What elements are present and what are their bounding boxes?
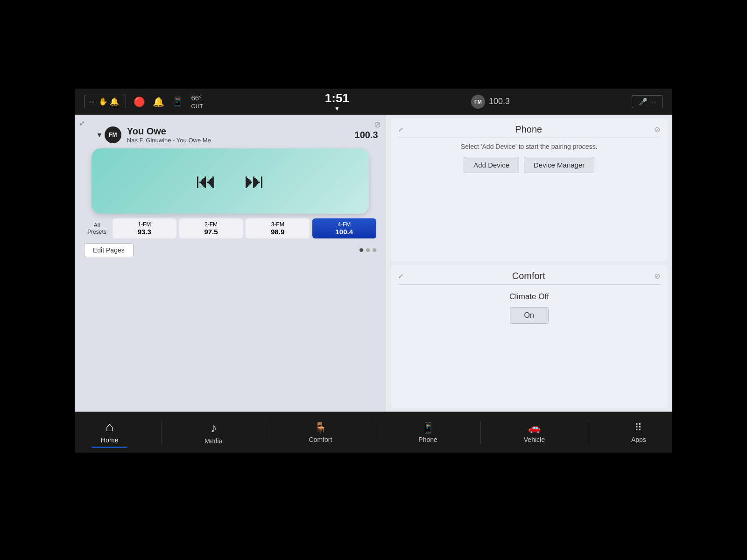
climate-on-button[interactable]: On <box>510 307 549 324</box>
right-panel: ⤢ Phone ⊘ Select 'Add Device' to start t… <box>386 115 672 412</box>
dot-1 <box>359 248 363 252</box>
phone-buttons: Add Device Device Manager <box>398 157 660 173</box>
expand-icon-comfort[interactable]: ⤢ <box>398 273 403 280</box>
dot-3 <box>373 248 376 252</box>
screen-wrapper: -- ✋ 🔔 🔴 🔔 📱 66° OUT 1:51 ▼ FM 100.3 <box>75 89 672 453</box>
time-arrow: ▼ <box>334 105 340 112</box>
nav-divider-2 <box>266 421 266 444</box>
presets-bar: All Presets 1-FM 93.3 2-FM 97.5 3-FM 98.… <box>82 218 378 238</box>
edit-icon-media[interactable]: ⊘ <box>374 119 381 130</box>
preset-4-freq: 100.4 <box>336 228 353 236</box>
preset-3-freq: 98.9 <box>271 228 284 236</box>
nav-apps-label: Apps <box>631 436 646 443</box>
time-display: 1:51 <box>325 91 349 105</box>
phone-icon: 📱 <box>172 96 183 107</box>
nav-comfort[interactable]: 🪑 Comfort <box>300 419 342 446</box>
dot-2 <box>366 248 370 252</box>
nav-divider-4 <box>480 421 481 444</box>
mic-box: 🎤 -- <box>632 95 663 108</box>
prev-button[interactable]: ⏮ <box>196 169 216 193</box>
phone-widget-header: ⤢ Phone ⊘ <box>398 124 660 138</box>
status-radio: FM 100.3 <box>471 95 510 109</box>
song-title: You Owe <box>127 126 349 137</box>
phone-nav-icon: 📱 <box>422 422 434 434</box>
preset-all-sub: Presets <box>87 229 106 235</box>
artist-name: Nas F. Ginuwine - You Owe Me <box>127 137 349 144</box>
status-icons: 🔴 🔔 📱 66° OUT <box>134 94 203 110</box>
nav-home[interactable]: ⌂ Home <box>92 417 127 448</box>
next-button[interactable]: ⏭ <box>244 169 265 193</box>
player-visual: ⏮ ⏭ <box>92 148 369 214</box>
comfort-widget-header: ⤢ Comfort ⊘ <box>398 271 660 285</box>
phone-hint: Select 'Add Device' to start the pairing… <box>398 143 660 150</box>
preset-1[interactable]: 1-FM 93.3 <box>113 218 176 238</box>
edit-icon-phone[interactable]: ⊘ <box>654 125 660 134</box>
comfort-icon: 🪑 <box>314 422 327 434</box>
nav-phone[interactable]: 📱 Phone <box>409 419 446 446</box>
preset-4-label: 4-FM <box>338 221 351 228</box>
status-right: 🎤 -- <box>632 95 663 108</box>
nav-comfort-label: Comfort <box>309 436 332 443</box>
vehicle-icon: 🚗 <box>528 422 541 434</box>
apps-icon: ⠿ <box>634 422 643 434</box>
bottom-nav: ⌂ Home ♪ Media 🪑 Comfort 📱 Phone 🚗 Vehic… <box>75 412 672 453</box>
preset-2-label: 2-FM <box>204 221 218 228</box>
phone-widget: ⤢ Phone ⊘ Select 'Add Device' to start t… <box>391 119 668 261</box>
page-dots <box>359 248 376 252</box>
nav-apps[interactable]: ⠿ Apps <box>622 419 655 446</box>
status-center: 1:51 ▼ <box>325 91 349 112</box>
status-bar: -- ✋ 🔔 🔴 🔔 📱 66° OUT 1:51 ▼ FM 100.3 <box>75 89 672 115</box>
status-left: -- ✋ 🔔 🔴 🔔 📱 66° OUT <box>84 94 203 110</box>
preset-3[interactable]: 3-FM 98.9 <box>246 218 310 238</box>
alert-icon: 🔴 <box>134 96 145 107</box>
nav-media-label: Media <box>204 437 222 445</box>
edit-pages-button[interactable]: Edit Pages <box>84 243 134 257</box>
expand-icon-phone[interactable]: ⤢ <box>398 126 403 133</box>
preset-all-label: All <box>94 222 100 229</box>
fm-badge: FM <box>471 95 485 109</box>
nav-divider-3 <box>375 421 375 444</box>
climate-label: Climate Off <box>509 292 549 301</box>
bell-icon: 🔔 <box>153 96 164 107</box>
left-dash: -- ✋ 🔔 <box>84 95 126 108</box>
comfort-widget-title: Comfort <box>512 271 545 281</box>
media-panel: ⤢ ⊘ ▼ FM You Owe Nas F. Ginuwine - You O… <box>75 115 386 412</box>
nav-divider-1 <box>161 421 162 444</box>
fm-dropdown[interactable]: ▼ FM <box>96 126 121 143</box>
comfort-widget: ⤢ Comfort ⊘ Climate Off On <box>391 265 668 408</box>
main-content: ⤢ ⊘ ▼ FM You Owe Nas F. Ginuwine - You O… <box>75 115 672 412</box>
preset-all[interactable]: All Presets <box>84 222 110 235</box>
nav-vehicle-label: Vehicle <box>524 436 545 443</box>
media-title-area: You Owe Nas F. Ginuwine - You Owe Me <box>127 126 349 144</box>
preset-1-freq: 93.3 <box>138 228 151 236</box>
preset-3-label: 3-FM <box>271 221 284 228</box>
phone-widget-title: Phone <box>515 124 542 135</box>
device-manager-button[interactable]: Device Manager <box>524 157 594 173</box>
fm-circle: FM <box>105 126 121 143</box>
dropdown-arrow: ▼ <box>96 131 103 139</box>
preset-4[interactable]: 4-FM 100.4 <box>312 218 376 238</box>
edit-pages-row: Edit Pages <box>82 243 378 257</box>
nav-vehicle[interactable]: 🚗 Vehicle <box>514 419 554 446</box>
media-icon: ♪ <box>210 420 217 435</box>
radio-freq: 100.3 <box>489 97 510 106</box>
expand-icon-media[interactable]: ⤢ <box>79 119 85 127</box>
media-frequency: 100.3 <box>355 130 378 140</box>
add-device-button[interactable]: Add Device <box>464 157 519 173</box>
preset-2[interactable]: 2-FM 97.5 <box>179 218 243 238</box>
preset-2-freq: 97.5 <box>204 228 218 236</box>
edit-icon-comfort[interactable]: ⊘ <box>654 272 660 280</box>
nav-media[interactable]: ♪ Media <box>195 418 232 448</box>
nav-phone-label: Phone <box>418 436 437 443</box>
preset-1-label: 1-FM <box>138 221 151 228</box>
temp-display: 66° OUT <box>191 94 203 110</box>
nav-divider-5 <box>588 421 588 444</box>
media-header: ▼ FM You Owe Nas F. Ginuwine - You Owe M… <box>82 126 378 144</box>
comfort-body: Climate Off On <box>398 288 660 324</box>
home-icon: ⌂ <box>106 420 113 434</box>
nav-home-label: Home <box>101 436 118 444</box>
